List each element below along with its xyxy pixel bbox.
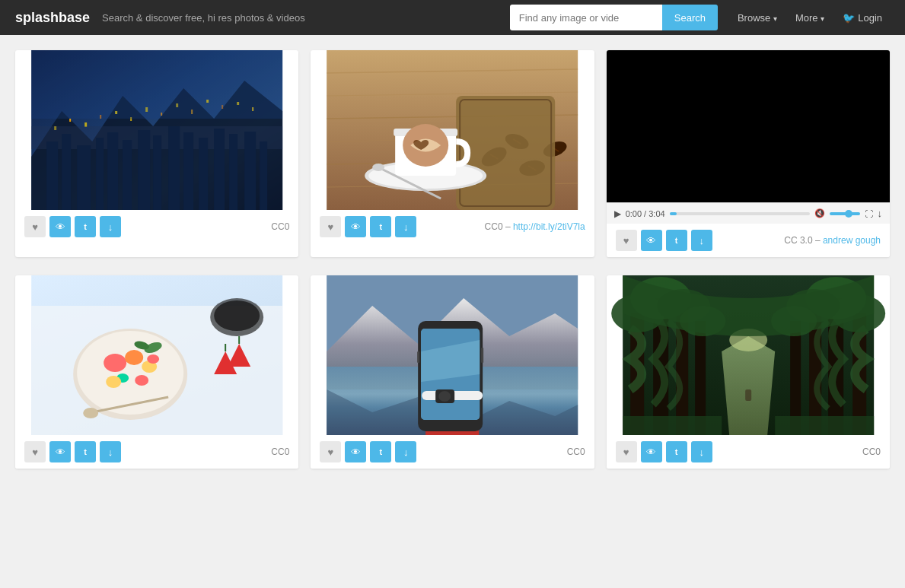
video-mute-button[interactable]: 🔇	[814, 208, 825, 218]
card-video-download-button[interactable]: ↓	[691, 230, 712, 251]
card-video-eye-button[interactable]: 👁	[641, 230, 662, 251]
card-coffee-twitter-button[interactable]: t	[370, 216, 391, 237]
card-video-heart-button[interactable]: ♥	[616, 230, 637, 251]
card-phone-download-button[interactable]: ↓	[395, 441, 416, 462]
svg-rect-28	[214, 129, 225, 210]
svg-point-64	[125, 350, 143, 365]
svg-rect-115	[775, 416, 874, 435]
card-phone-image-wrap[interactable]	[311, 275, 594, 435]
card-food-license: CC0	[271, 447, 289, 457]
video-volume-handle	[845, 210, 852, 218]
card-trees-download-button[interactable]: ↓	[691, 441, 712, 462]
video-preview[interactable]	[607, 50, 890, 202]
svg-rect-31	[260, 141, 267, 210]
card-food-eye-button[interactable]: 👁	[49, 441, 71, 462]
svg-rect-19	[77, 145, 91, 210]
card-phone-actions: ♥ 👁 t ↓	[320, 441, 416, 462]
card-coffee-license-link[interactable]: http://bit.ly/2tiV7la	[513, 221, 585, 232]
video-download-button[interactable]: ↓	[878, 208, 883, 219]
svg-rect-3	[69, 119, 71, 122]
card-trees-image-wrap[interactable]	[607, 275, 890, 435]
card-city-twitter-button[interactable]: t	[75, 216, 96, 237]
card-coffee-image	[311, 50, 594, 210]
card-food-actions: ♥ 👁 t ↓	[24, 441, 121, 462]
card-city-download-button[interactable]: ↓	[100, 216, 121, 237]
card-food-image	[15, 275, 298, 435]
video-play-button[interactable]: ▶	[614, 208, 621, 219]
video-progress-bar[interactable]	[670, 212, 810, 215]
card-coffee: ♥ 👁 t ↓ CC0 – http://bit.ly/2tiV7la	[311, 50, 594, 257]
card-phone-image	[311, 275, 594, 435]
card-coffee-actions: ♥ 👁 t ↓	[320, 216, 416, 237]
card-video-twitter-button[interactable]: t	[666, 230, 687, 251]
card-coffee-download-button[interactable]: ↓	[395, 216, 416, 237]
card-coffee-license: CC0 – http://bit.ly/2tiV7la	[485, 221, 585, 232]
card-trees-actions: ♥ 👁 t ↓	[616, 441, 712, 462]
card-trees-eye-button[interactable]: 👁	[641, 441, 662, 462]
svg-rect-18	[62, 134, 71, 210]
card-city-footer: ♥ 👁 t ↓ CC0	[15, 210, 298, 243]
browse-nav-link[interactable]: Browse ▾	[730, 9, 785, 27]
svg-rect-30	[244, 132, 256, 210]
more-nav-link[interactable]: More ▾	[788, 9, 832, 27]
card-city-actions: ♥ 👁 t ↓	[24, 216, 121, 237]
card-trees-twitter-button[interactable]: t	[666, 441, 687, 462]
card-video: ▶ 0:00 / 3:04 🔇 ⛶ ↓ ♥ 👁 t ↓	[607, 50, 890, 257]
brand-logo[interactable]: splashbase	[15, 10, 90, 26]
card-video-license: CC 3.0 – andrew gough	[784, 235, 881, 246]
svg-rect-23	[138, 130, 150, 210]
card-phone: ♥ 👁 t ↓ CC0	[311, 275, 594, 469]
card-food: ♥ 👁 t ↓ CC0	[15, 275, 298, 469]
card-food-image-wrap[interactable]	[15, 275, 298, 435]
card-city-image	[15, 50, 298, 210]
svg-point-77	[214, 300, 260, 331]
svg-rect-21	[107, 132, 118, 210]
svg-point-71	[83, 408, 98, 418]
card-coffee-image-wrap[interactable]	[311, 50, 594, 210]
main-content: ♥ 👁 t ↓ CC0	[0, 35, 905, 502]
search-input[interactable]	[510, 5, 662, 30]
svg-point-58	[372, 164, 384, 171]
card-phone-footer: ♥ 👁 t ↓ CC0	[311, 435, 594, 469]
card-coffee-footer: ♥ 👁 t ↓ CC0 – http://bit.ly/2tiV7la	[311, 210, 594, 243]
navbar: splashbase Search & discover free, hi re…	[0, 0, 905, 35]
svg-rect-24	[153, 135, 161, 210]
svg-rect-29	[229, 134, 237, 210]
card-phone-heart-button[interactable]: ♥	[320, 441, 341, 462]
card-food-twitter-button[interactable]: t	[75, 441, 96, 462]
card-phone-license: CC0	[567, 447, 585, 457]
svg-point-67	[135, 375, 148, 386]
search-button[interactable]: Search	[662, 5, 718, 30]
card-phone-twitter-button[interactable]: t	[370, 441, 391, 462]
card-city-license: CC0	[271, 221, 289, 232]
card-food-footer: ♥ 👁 t ↓ CC0	[15, 435, 298, 469]
card-city-image-wrap[interactable]	[15, 50, 298, 210]
card-video-attribution-link[interactable]: andrew gough	[823, 235, 881, 246]
card-food-download-button[interactable]: ↓	[100, 441, 121, 462]
svg-rect-17	[46, 141, 58, 210]
search-form: Search	[510, 5, 718, 30]
svg-point-62	[77, 331, 183, 415]
svg-point-68	[106, 376, 121, 388]
svg-rect-50	[456, 96, 555, 210]
card-coffee-heart-button[interactable]: ♥	[320, 216, 341, 237]
video-volume-bar[interactable]	[830, 212, 860, 215]
card-video-actions: ♥ 👁 t ↓	[616, 230, 712, 251]
svg-rect-90	[481, 348, 483, 363]
card-city-heart-button[interactable]: ♥	[24, 216, 46, 237]
card-phone-eye-button[interactable]: 👁	[345, 441, 366, 462]
card-city-eye-button[interactable]: 👁	[49, 216, 71, 237]
video-fullscreen-button[interactable]: ⛶	[865, 209, 873, 218]
svg-point-93	[438, 391, 451, 402]
card-trees-heart-button[interactable]: ♥	[616, 441, 637, 462]
nav-links: Browse ▾ More ▾ 🐦 Login	[730, 9, 890, 27]
card-coffee-eye-button[interactable]: 👁	[345, 216, 366, 237]
svg-rect-20	[96, 138, 104, 210]
card-trees-footer: ♥ 👁 t ↓ CC0	[607, 435, 890, 469]
media-grid-row-2: ♥ 👁 t ↓ CC0	[15, 275, 890, 469]
card-food-heart-button[interactable]: ♥	[24, 441, 46, 462]
card-trees-image	[607, 275, 890, 435]
media-grid-row-1: ♥ 👁 t ↓ CC0	[15, 50, 890, 257]
video-controls: ▶ 0:00 / 3:04 🔇 ⛶ ↓	[607, 202, 890, 224]
login-nav-link[interactable]: 🐦 Login	[835, 9, 890, 27]
